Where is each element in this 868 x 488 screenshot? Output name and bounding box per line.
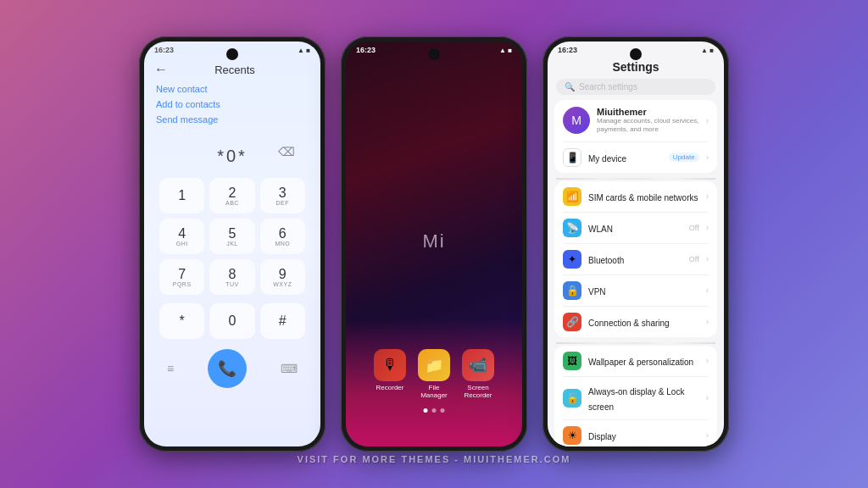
dial-key-3[interactable]: 3DEF [260, 178, 305, 214]
my-device-row[interactable]: 📱 My device Update › [554, 142, 717, 173]
bluetooth-row[interactable]: ✦ Bluetooth Off › [554, 244, 717, 274]
wallpaper-icon: 🖼 [563, 352, 581, 370]
dial-key-0[interactable]: 0 [209, 303, 254, 339]
wallpaper-row[interactable]: 🖼 Wallpaper & personalization › [554, 346, 717, 376]
sim-icon: 📶 [563, 187, 581, 206]
sim-chevron: › [706, 191, 709, 201]
wave-divider-1 [556, 178, 715, 180]
display-chevron: › [706, 430, 709, 440]
update-badge: Update [669, 152, 699, 162]
settings-search-bar[interactable]: 🔍 Search settings [556, 79, 715, 95]
phone-home: 16:23 ▲ ■ Mi 🎙 Recorder 📁 FileManager 📹 … [341, 36, 527, 452]
lock-row[interactable]: 🔓 Always-on display & Lock screen › [554, 377, 717, 419]
dial-key-9[interactable]: 9WXYZ [260, 259, 305, 295]
watermark: VISIT FOR MORE THEMES - MIUITHEMER.COM [298, 454, 571, 464]
dial-bottom-row: * 0 # [144, 300, 320, 344]
send-message-link[interactable]: Send message [156, 114, 309, 125]
dialer-title: Recents [175, 64, 295, 76]
app-recorder[interactable]: 🎙 Recorder [374, 349, 406, 400]
dial-key-6[interactable]: 6MNO [260, 219, 305, 254]
dialer-actions: New contact Add to contacts Send message [144, 79, 320, 130]
home-mi-label: Mi [422, 230, 445, 252]
phone-settings: 16:23 ▲ ■ Settings 🔍 Search settings M M… [542, 36, 729, 452]
app-screen-recorder[interactable]: 📹 ScreenRecorder [462, 349, 494, 400]
vpn-label: VPN [588, 287, 606, 297]
wlan-label: WLAN [588, 225, 613, 234]
settings-title: Settings [548, 58, 724, 79]
wlan-icon: 📡 [563, 219, 581, 237]
display-icon: ☀ [563, 426, 581, 445]
vpn-row[interactable]: 🔒 VPN › [554, 275, 717, 306]
lock-chevron: › [706, 393, 709, 402]
phone-dialer: 16:23 ▲ ■ ← Recents New contact Add to c… [139, 36, 326, 452]
punch-hole-camera-3 [630, 48, 642, 60]
dial-key-8[interactable]: 8TUV [209, 259, 254, 295]
vpn-icon: 🔒 [563, 281, 581, 300]
lock-text: Always-on display & Lock screen [588, 383, 699, 413]
sim-label: SIM cards & mobile networks [588, 193, 698, 202]
connection-row[interactable]: 🔗 Connection & sharing › [554, 307, 717, 337]
profile-sub: Manage accounts, cloud services, payment… [597, 117, 699, 135]
app-file-manager[interactable]: 📁 FileManager [418, 349, 450, 400]
status-time-3: 16:23 [558, 46, 577, 54]
wlan-chevron: › [706, 223, 709, 232]
dial-key-star[interactable]: * [159, 303, 204, 339]
status-icons-2: ▲ ■ [499, 47, 512, 54]
status-icons-1: ▲ ■ [298, 47, 310, 54]
profile-avatar: M [563, 107, 590, 134]
screenrec-icon: 📹 [462, 349, 494, 381]
search-icon: 🔍 [565, 82, 575, 92]
screenrec-label: ScreenRecorder [465, 384, 492, 400]
dial-key-hash[interactable]: # [260, 303, 305, 339]
display-row[interactable]: ☀ Display › [554, 420, 717, 446]
display-text: Display [588, 428, 699, 443]
personalization-card: 🖼 Wallpaper & personalization › 🔓 Always… [554, 346, 717, 446]
lock-icon: 🔓 [563, 389, 581, 408]
backspace-button[interactable]: ⌫ [278, 145, 295, 158]
connection-chevron: › [706, 317, 709, 326]
dot-3 [441, 408, 445, 413]
bluetooth-label: Bluetooth [588, 256, 624, 265]
wallpaper-label: Wallpaper & personalization [588, 358, 693, 367]
dial-grid: 1 2ABC 3DEF 4GHI 5JKL 6MNO 7PQRS 8TUV 9W… [144, 173, 320, 300]
profile-name: Miuithemer [597, 107, 699, 117]
profile-row[interactable]: M Miuithemer Manage accounts, cloud serv… [554, 100, 717, 141]
keypad-icon[interactable]: ⌨ [281, 362, 298, 375]
lock-label: Always-on display & Lock screen [588, 387, 684, 412]
call-button[interactable]: 📞 [208, 349, 247, 388]
bluetooth-text: Bluetooth [588, 252, 682, 267]
dot-1 [424, 408, 428, 413]
dialer-header: ← Recents [144, 58, 320, 79]
dial-key-2[interactable]: 2ABC [209, 178, 254, 214]
wave-divider-2 [556, 342, 715, 344]
files-label: FileManager [420, 384, 448, 400]
device-icon: 📱 [563, 148, 581, 167]
dialer-display: *0* [217, 130, 248, 173]
recorder-label: Recorder [376, 384, 404, 392]
new-contact-link[interactable]: New contact [156, 84, 309, 94]
display-label: Display [588, 432, 616, 441]
menu-icon[interactable]: ≡ [167, 362, 174, 375]
wallpaper-text: Wallpaper & personalization [588, 353, 699, 369]
status-time-2: 16:23 [356, 46, 376, 54]
back-button[interactable]: ← [154, 62, 168, 77]
profile-chevron: › [706, 116, 709, 125]
wlan-row[interactable]: 📡 WLAN Off › [554, 213, 717, 243]
punch-hole-camera-2 [428, 48, 440, 60]
dial-key-1[interactable]: 1 [159, 178, 204, 214]
dial-key-5[interactable]: 5JKL [209, 219, 254, 254]
settings-screen: 16:23 ▲ ■ Settings 🔍 Search settings M M… [548, 42, 724, 446]
my-device-text: My device [588, 150, 662, 165]
bluetooth-value: Off [689, 255, 699, 263]
recorder-icon: 🎙 [374, 349, 406, 381]
search-placeholder: Search settings [579, 82, 637, 92]
sim-row[interactable]: 📶 SIM cards & mobile networks › [554, 181, 717, 212]
sim-text: SIM cards & mobile networks [588, 189, 699, 204]
dial-key-4[interactable]: 4GHI [159, 219, 204, 254]
connection-label: Connection & sharing [588, 319, 670, 328]
dial-key-7[interactable]: 7PQRS [159, 259, 204, 295]
network-card: 📶 SIM cards & mobile networks › 📡 WLAN O… [554, 181, 717, 337]
status-icons-3: ▲ ■ [701, 47, 714, 54]
dialer-footer: ≡ 📞 ⌨ [144, 344, 320, 393]
add-contact-link[interactable]: Add to contacts [156, 99, 309, 109]
